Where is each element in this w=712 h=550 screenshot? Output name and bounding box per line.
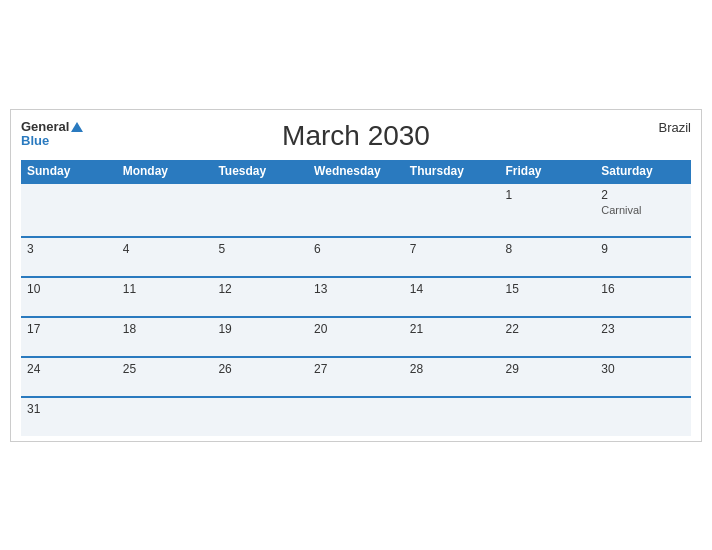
weekday-header-row: Sunday Monday Tuesday Wednesday Thursday… bbox=[21, 160, 691, 183]
table-row bbox=[595, 397, 691, 436]
day-number: 7 bbox=[410, 242, 417, 256]
day-number: 20 bbox=[314, 322, 327, 336]
header-tuesday: Tuesday bbox=[212, 160, 308, 183]
table-row: 2Carnival bbox=[595, 183, 691, 237]
table-row: 26 bbox=[212, 357, 308, 397]
table-row bbox=[404, 183, 500, 237]
header-monday: Monday bbox=[117, 160, 213, 183]
table-row: 4 bbox=[117, 237, 213, 277]
table-row: 6 bbox=[308, 237, 404, 277]
day-number: 4 bbox=[123, 242, 130, 256]
event-label: Carnival bbox=[601, 204, 685, 216]
table-row bbox=[212, 183, 308, 237]
day-number: 9 bbox=[601, 242, 608, 256]
table-row: 16 bbox=[595, 277, 691, 317]
table-row: 20 bbox=[308, 317, 404, 357]
calendar-table: Sunday Monday Tuesday Wednesday Thursday… bbox=[21, 160, 691, 436]
header-saturday: Saturday bbox=[595, 160, 691, 183]
day-number: 18 bbox=[123, 322, 136, 336]
day-number: 23 bbox=[601, 322, 614, 336]
day-number: 1 bbox=[506, 188, 513, 202]
calendar-week-row: 12Carnival bbox=[21, 183, 691, 237]
calendar-week-row: 3456789 bbox=[21, 237, 691, 277]
table-row: 1 bbox=[500, 183, 596, 237]
day-number: 12 bbox=[218, 282, 231, 296]
table-row: 29 bbox=[500, 357, 596, 397]
table-row: 31 bbox=[21, 397, 117, 436]
logo-general-text: General bbox=[21, 120, 83, 134]
day-number: 22 bbox=[506, 322, 519, 336]
calendar-week-row: 31 bbox=[21, 397, 691, 436]
table-row: 30 bbox=[595, 357, 691, 397]
calendar-week-row: 10111213141516 bbox=[21, 277, 691, 317]
table-row: 10 bbox=[21, 277, 117, 317]
day-number: 6 bbox=[314, 242, 321, 256]
table-row: 22 bbox=[500, 317, 596, 357]
day-number: 10 bbox=[27, 282, 40, 296]
table-row bbox=[212, 397, 308, 436]
header-sunday: Sunday bbox=[21, 160, 117, 183]
day-number: 31 bbox=[27, 402, 40, 416]
table-row bbox=[308, 397, 404, 436]
day-number: 19 bbox=[218, 322, 231, 336]
day-number: 3 bbox=[27, 242, 34, 256]
table-row: 12 bbox=[212, 277, 308, 317]
day-number: 21 bbox=[410, 322, 423, 336]
table-row: 27 bbox=[308, 357, 404, 397]
day-number: 13 bbox=[314, 282, 327, 296]
day-number: 15 bbox=[506, 282, 519, 296]
table-row: 23 bbox=[595, 317, 691, 357]
day-number: 5 bbox=[218, 242, 225, 256]
day-number: 14 bbox=[410, 282, 423, 296]
header-thursday: Thursday bbox=[404, 160, 500, 183]
table-row: 5 bbox=[212, 237, 308, 277]
table-row: 17 bbox=[21, 317, 117, 357]
table-row bbox=[404, 397, 500, 436]
table-row: 21 bbox=[404, 317, 500, 357]
table-row: 3 bbox=[21, 237, 117, 277]
table-row: 8 bbox=[500, 237, 596, 277]
calendar-week-row: 24252627282930 bbox=[21, 357, 691, 397]
table-row: 19 bbox=[212, 317, 308, 357]
calendar-title: March 2030 bbox=[282, 120, 430, 152]
calendar-week-row: 17181920212223 bbox=[21, 317, 691, 357]
header-wednesday: Wednesday bbox=[308, 160, 404, 183]
table-row: 7 bbox=[404, 237, 500, 277]
table-row bbox=[21, 183, 117, 237]
day-number: 30 bbox=[601, 362, 614, 376]
table-row: 11 bbox=[117, 277, 213, 317]
logo-blue-text: Blue bbox=[21, 134, 83, 148]
table-row bbox=[500, 397, 596, 436]
logo: General Blue bbox=[21, 120, 83, 149]
table-row bbox=[308, 183, 404, 237]
day-number: 28 bbox=[410, 362, 423, 376]
table-row: 24 bbox=[21, 357, 117, 397]
country-label: Brazil bbox=[658, 120, 691, 135]
day-number: 2 bbox=[601, 188, 608, 202]
header-friday: Friday bbox=[500, 160, 596, 183]
day-number: 27 bbox=[314, 362, 327, 376]
day-number: 17 bbox=[27, 322, 40, 336]
day-number: 16 bbox=[601, 282, 614, 296]
day-number: 26 bbox=[218, 362, 231, 376]
table-row: 25 bbox=[117, 357, 213, 397]
day-number: 8 bbox=[506, 242, 513, 256]
table-row: 28 bbox=[404, 357, 500, 397]
calendar-header: General Blue March 2030 Brazil bbox=[21, 120, 691, 152]
calendar-container: General Blue March 2030 Brazil Sunday Mo… bbox=[10, 109, 702, 442]
table-row: 9 bbox=[595, 237, 691, 277]
logo-triangle-icon bbox=[71, 122, 83, 132]
table-row bbox=[117, 397, 213, 436]
table-row: 14 bbox=[404, 277, 500, 317]
table-row: 18 bbox=[117, 317, 213, 357]
table-row: 13 bbox=[308, 277, 404, 317]
day-number: 24 bbox=[27, 362, 40, 376]
day-number: 25 bbox=[123, 362, 136, 376]
table-row bbox=[117, 183, 213, 237]
day-number: 11 bbox=[123, 282, 136, 296]
day-number: 29 bbox=[506, 362, 519, 376]
table-row: 15 bbox=[500, 277, 596, 317]
